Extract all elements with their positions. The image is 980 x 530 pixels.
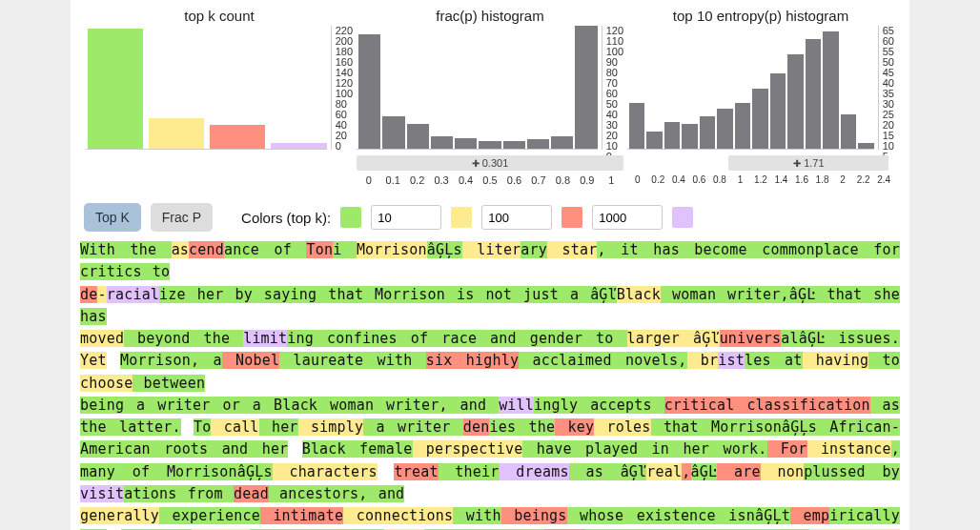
token[interactable]: characters — [273, 463, 378, 480]
token[interactable]: her — [259, 418, 298, 436]
token[interactable]: experience — [159, 507, 260, 524]
token[interactable]: - — [891, 418, 900, 436]
token[interactable]: acclaimed — [519, 352, 611, 369]
token[interactable]: beings — [501, 507, 567, 524]
token[interactable]: ir — [829, 507, 847, 524]
token[interactable]: or — [211, 397, 240, 414]
token[interactable]: . — [172, 418, 180, 436]
bar[interactable] — [88, 29, 143, 149]
bar[interactable] — [431, 136, 453, 149]
bar[interactable] — [527, 139, 549, 149]
token[interactable]: dreams — [500, 463, 569, 480]
token[interactable]: ize — [159, 286, 186, 303]
bar[interactable] — [664, 122, 680, 149]
token[interactable]: latter — [107, 418, 173, 436]
token[interactable]: non — [761, 463, 804, 480]
token[interactable]: ary — [521, 241, 547, 258]
token[interactable]: dead — [234, 485, 269, 502]
token[interactable]: real — [646, 463, 682, 480]
token[interactable]: , — [891, 440, 900, 458]
token[interactable]: have played in her work — [522, 440, 758, 458]
token[interactable]: âĢĻs — [427, 241, 462, 258]
bar[interactable] — [271, 143, 326, 149]
token[interactable]: ically — [847, 507, 900, 524]
token[interactable]: With — [80, 241, 115, 258]
token[interactable]: To — [194, 418, 211, 436]
token[interactable]: woman — [661, 286, 716, 303]
token[interactable]: are — [717, 463, 760, 480]
token[interactable]: as — [172, 241, 189, 258]
bar[interactable] — [382, 116, 404, 149]
bar[interactable] — [770, 73, 786, 149]
token[interactable]: intimate — [260, 507, 343, 524]
threshold-input-1[interactable] — [371, 205, 441, 230]
token[interactable]: cend — [189, 241, 224, 258]
token[interactable]: larger — [627, 330, 680, 347]
token[interactable]: de — [80, 286, 97, 303]
token[interactable]: as — [870, 397, 900, 414]
token[interactable]: six — [426, 352, 453, 369]
token[interactable]: Nobel — [222, 352, 279, 369]
token[interactable]: their — [439, 463, 500, 480]
token[interactable]: Yet — [80, 352, 107, 369]
token[interactable]: writer — [716, 286, 780, 303]
token[interactable]: roots — [151, 440, 208, 458]
token[interactable]: ussed — [822, 463, 866, 480]
token[interactable]: having — [803, 352, 869, 369]
token[interactable]: from — [177, 485, 234, 502]
token[interactable]: at — [771, 352, 803, 369]
bar[interactable] — [503, 141, 525, 149]
fracp-button[interactable]: Frac P — [151, 203, 213, 232]
token[interactable]: ations — [124, 485, 176, 502]
token[interactable]: , — [781, 286, 789, 303]
token[interactable]: novels, — [612, 352, 687, 369]
topk-button[interactable]: Top K — [84, 203, 141, 232]
bar[interactable] — [358, 34, 380, 149]
bar[interactable] — [551, 136, 573, 149]
token[interactable]: i — [333, 241, 357, 258]
token[interactable]: a — [124, 397, 145, 414]
token[interactable]: Morrison — [120, 352, 191, 369]
token[interactable]: ancestors — [269, 485, 358, 502]
token[interactable]: a — [199, 352, 222, 369]
token[interactable]: being — [80, 397, 124, 414]
token[interactable]: beyond — [124, 330, 190, 347]
token[interactable]: will — [499, 397, 534, 414]
token[interactable]: moved — [80, 330, 124, 347]
bar[interactable] — [823, 31, 838, 149]
token[interactable]: connections — [343, 507, 453, 524]
token[interactable]: Ton — [306, 241, 333, 258]
token[interactable]: âĢľ — [603, 463, 646, 480]
token[interactable]: . — [891, 330, 900, 347]
token[interactable]: accepts — [578, 397, 664, 414]
threshold-input-2[interactable] — [481, 205, 552, 230]
plot-area[interactable]: 65605550454035302520151050 — [627, 26, 894, 150]
bar[interactable] — [717, 109, 732, 149]
threshold-input-3[interactable] — [592, 205, 663, 230]
token[interactable]: to — [868, 352, 900, 369]
bar[interactable] — [787, 54, 803, 149]
token[interactable]: limit — [243, 330, 287, 347]
plot-area[interactable]: 1201101009080706050403020100 — [357, 26, 623, 150]
token[interactable]: emp — [790, 507, 829, 524]
token[interactable]: âĢľ — [680, 330, 720, 347]
token[interactable]: call — [211, 418, 258, 436]
token[interactable]: that MorrisonâĢĻs African — [651, 418, 891, 436]
token[interactable]: simply — [298, 418, 364, 436]
token[interactable]: perspective — [413, 440, 523, 458]
token[interactable]: many of MorrisonâĢĻs — [80, 463, 273, 480]
token[interactable]: den — [463, 418, 490, 436]
token[interactable]: instance — [807, 440, 891, 458]
token[interactable]: critical — [664, 397, 735, 414]
token[interactable]: a Black woman writer, — [240, 397, 448, 414]
token[interactable]: . — [758, 440, 766, 458]
token[interactable]: âĢĿ — [691, 463, 718, 480]
bar[interactable] — [149, 118, 204, 149]
token[interactable]: star — [547, 241, 597, 258]
bar[interactable] — [682, 124, 697, 149]
token[interactable]: of — [259, 241, 306, 258]
token[interactable]: key — [555, 418, 594, 436]
bar[interactable] — [479, 141, 500, 149]
token[interactable]: ingly — [534, 397, 578, 414]
token[interactable]: the — [80, 418, 107, 436]
